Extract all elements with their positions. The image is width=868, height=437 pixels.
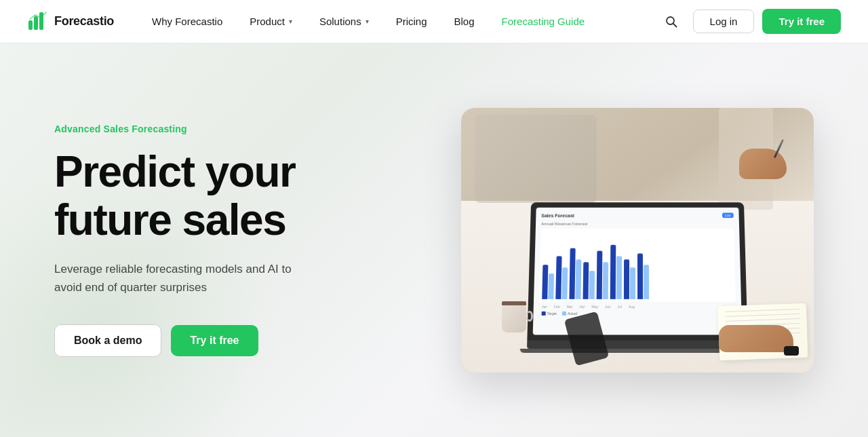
bar-light <box>561 267 568 299</box>
laptop-screen-inner: Sales Forecast Live Annual Revenue Forec… <box>533 208 743 335</box>
dashboard-subtitle: Annual Revenue Forecast <box>541 222 734 226</box>
notebook-line <box>725 318 800 322</box>
bar-group <box>555 256 568 299</box>
hero-right-visual: Sales Forecast Live Annual Revenue Forec… <box>380 108 814 373</box>
bar-group <box>542 265 554 299</box>
bar-dark <box>610 245 616 299</box>
laptop-scene: Sales Forecast Live Annual Revenue Forec… <box>461 108 814 373</box>
bar-light <box>644 265 649 299</box>
try-free-nav-button[interactable]: Try it free <box>762 9 841 34</box>
bar-group <box>610 245 622 299</box>
bar-dark <box>637 254 643 299</box>
dashboard-header: Sales Forecast Live <box>541 212 734 218</box>
login-button[interactable]: Log in <box>693 10 755 33</box>
nav-blog[interactable]: Blog <box>443 10 486 33</box>
nav-why-forecastio[interactable]: Why Forecastio <box>141 10 233 33</box>
hero-title: Predict your future sales <box>54 148 380 244</box>
hero-tagline: Advanced Sales Forecasting <box>54 124 380 134</box>
bg-laptop <box>475 115 597 203</box>
hero-section: Advanced Sales Forecasting Predict your … <box>0 43 868 437</box>
chart-label: Feb <box>554 305 560 309</box>
book-demo-button[interactable]: Book a demo <box>54 324 161 357</box>
bar-light <box>630 267 635 299</box>
bar-dark <box>555 256 561 299</box>
bar-group <box>637 254 649 299</box>
bar-light <box>589 271 595 299</box>
product-chevron-icon: ▾ <box>289 18 292 25</box>
chart-labels: JanFebMarAprMayJunJulAug <box>539 305 736 309</box>
hand-shape-typing <box>719 325 793 352</box>
legend-light-label: Actual <box>568 311 577 316</box>
main-laptop: Sales Forecast Live Annual Revenue Forec… <box>527 202 748 353</box>
chart-label: Apr <box>580 305 585 309</box>
laptop-screen-outer: Sales Forecast Live Annual Revenue Forec… <box>527 202 747 340</box>
chart-label: Jan <box>542 305 547 309</box>
dashboard-chart <box>539 229 736 302</box>
mug-body <box>502 305 526 332</box>
bar-dark <box>542 265 548 299</box>
legend-light-swatch <box>562 311 566 316</box>
bar-dark <box>597 250 603 299</box>
hero-image: Sales Forecast Live Annual Revenue Forec… <box>461 108 814 373</box>
bar-group <box>569 248 581 299</box>
chart-label: Mar <box>567 305 573 309</box>
search-button[interactable] <box>658 8 685 35</box>
nav-pricing[interactable]: Pricing <box>385 10 438 33</box>
bar-light <box>616 256 622 299</box>
bar-dark <box>569 248 575 299</box>
bar-group <box>624 259 635 299</box>
forecastio-logo-icon <box>27 11 49 33</box>
bar-dark <box>624 259 629 299</box>
pen-icon <box>774 139 784 158</box>
chart-label: Jun <box>605 305 610 309</box>
svg-point-3 <box>667 17 674 24</box>
chart-label: May <box>592 305 599 309</box>
bar-light <box>603 262 608 299</box>
coffee-mug <box>502 301 532 335</box>
notebook-line <box>725 314 800 317</box>
notebook-line <box>725 309 800 312</box>
mug-handle <box>526 311 533 322</box>
hand-shape-writing <box>739 149 787 179</box>
watch <box>784 346 799 356</box>
bar-light <box>575 259 581 299</box>
nav-solutions[interactable]: Solutions ▾ <box>309 10 380 33</box>
svg-rect-0 <box>28 20 33 30</box>
writing-hand <box>739 149 793 189</box>
chart-label: Jul <box>617 305 621 309</box>
search-icon <box>665 15 678 28</box>
solutions-chevron-icon: ▾ <box>366 18 369 25</box>
logo-text: Forecastio <box>54 14 114 28</box>
bar-dark <box>583 262 589 299</box>
hero-cta-group: Book a demo Try it free <box>54 324 380 357</box>
hero-subtitle: Leverage reliable forecasting models and… <box>54 260 312 297</box>
try-free-hero-button[interactable]: Try it free <box>171 325 258 356</box>
nav-forecasting-guide[interactable]: Forecasting Guide <box>491 10 596 33</box>
main-nav: Why Forecastio Product ▾ Solutions ▾ Pri… <box>141 10 658 33</box>
laptop-keyboard <box>527 341 748 349</box>
hero-left-content: Advanced Sales Forecasting Predict your … <box>54 124 380 356</box>
bar-light <box>548 273 554 299</box>
legend-dark-swatch <box>542 311 546 316</box>
nav-product[interactable]: Product ▾ <box>239 10 303 33</box>
dashboard-ui: Sales Forecast Live Annual Revenue Forec… <box>533 208 743 335</box>
logo-link[interactable]: Forecastio <box>27 11 114 33</box>
legend-dark-label: Target <box>547 311 557 316</box>
dashboard-badge: Live <box>722 212 734 218</box>
chart-label: Aug <box>629 305 635 309</box>
svg-rect-1 <box>34 16 38 30</box>
dashboard-title: Sales Forecast <box>541 213 574 218</box>
bar-group <box>583 262 595 299</box>
navbar: Forecastio Why Forecastio Product ▾ Solu… <box>0 0 868 43</box>
bar-group <box>597 250 609 299</box>
chart-legend: Target Actual <box>539 311 736 316</box>
navbar-right: Log in Try it free <box>658 8 841 35</box>
